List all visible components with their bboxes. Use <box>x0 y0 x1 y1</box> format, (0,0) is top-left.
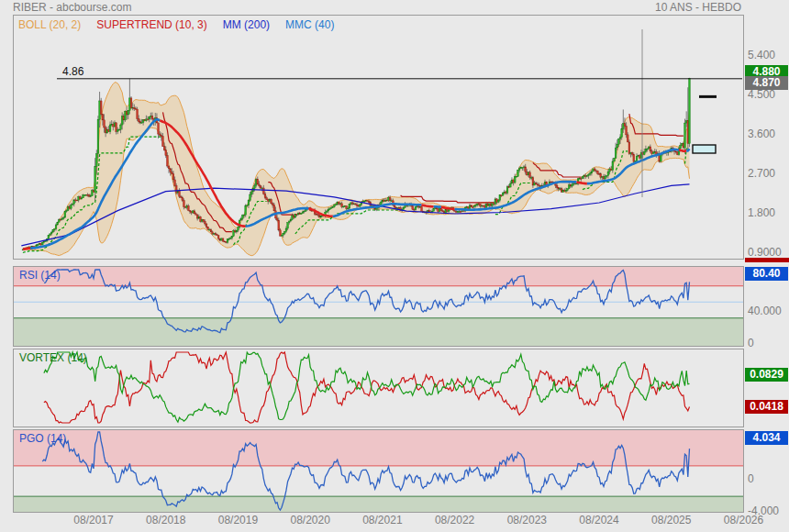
candle-body <box>627 135 628 142</box>
candle-body <box>285 228 287 231</box>
x-axis-label: 08/2020 <box>281 514 339 526</box>
candle-body <box>394 205 395 207</box>
close-price-badge: 4.870 <box>745 76 788 90</box>
candle-body <box>556 185 558 188</box>
candle-body <box>305 209 306 211</box>
candle-body <box>138 118 139 121</box>
x-axis-label: 08/2022 <box>426 514 484 526</box>
candle-body <box>597 171 599 173</box>
x-axis-label: 08/2019 <box>208 514 267 526</box>
candle-body <box>349 204 350 208</box>
candle-body <box>50 234 51 236</box>
candle-body <box>621 128 623 137</box>
candle-body <box>497 200 499 202</box>
candle-body <box>149 116 150 119</box>
legend-mm200[interactable]: MM (200) <box>223 18 270 31</box>
candle-body <box>203 219 205 221</box>
candle-body <box>288 221 290 223</box>
x-axis-label: 08/2021 <box>353 514 412 526</box>
candle-body <box>684 123 686 148</box>
candle-body <box>631 152 633 154</box>
candle-body <box>421 206 423 211</box>
x-axis-label: 08/2018 <box>137 514 195 526</box>
candle-body <box>128 110 129 115</box>
candle-body <box>618 139 620 144</box>
candle-body <box>102 115 104 120</box>
candle-body <box>588 174 590 175</box>
candle-body <box>280 230 282 236</box>
price-tick-label: 3.600 <box>748 127 775 140</box>
price-chart-canvas[interactable]: 4.86 <box>14 16 743 259</box>
legend-supertrend[interactable]: SUPERTREND (10, 3) <box>96 18 206 31</box>
vortex-plus-badge: 0.0829 <box>745 368 788 382</box>
pgo-tick-label: 0 <box>748 472 754 485</box>
candle-body <box>264 194 266 198</box>
candle-body <box>207 227 209 230</box>
candle-body <box>591 172 593 173</box>
candle-body <box>179 191 181 196</box>
candle-body <box>137 109 139 118</box>
legend-boll[interactable]: BOLL (20, 2) <box>18 18 81 31</box>
rsi-oversold-band <box>14 318 743 346</box>
pgo-upper-band <box>14 430 743 466</box>
candle-body <box>245 205 247 215</box>
candle-body <box>518 169 520 171</box>
candle-body <box>636 156 638 161</box>
candle-body <box>514 176 516 183</box>
vortex-plus-line <box>44 352 690 422</box>
candle-body <box>440 208 442 210</box>
x-axis-label: 08/2025 <box>642 514 701 526</box>
candle-body <box>172 174 174 180</box>
pgo-value-badge: 4.034 <box>745 431 788 445</box>
candle-body <box>276 218 278 220</box>
candle-body <box>607 172 609 175</box>
candle-body <box>582 177 583 179</box>
candle-body <box>170 169 172 172</box>
candle-body <box>433 208 435 211</box>
chart-page: RIBER - abcbourse.com 10 ANS - HEBDO BOL… <box>0 0 789 532</box>
candle-body <box>158 123 160 134</box>
candle-body <box>615 148 617 158</box>
rsi-value-badge: 80.40 <box>745 267 788 281</box>
candle-body <box>628 142 630 154</box>
candle-body <box>48 236 50 239</box>
rsi-tick-label: 40.000 <box>748 305 782 317</box>
candle-body <box>660 154 661 161</box>
candle-body <box>236 230 238 232</box>
candle-body <box>61 218 63 220</box>
candle-body <box>619 138 621 139</box>
candle-body <box>97 119 99 153</box>
rsi-tick-label: 0 <box>748 337 754 349</box>
vortex-chart-canvas[interactable] <box>14 349 743 427</box>
candle-body <box>594 169 595 171</box>
candle-body <box>259 184 261 186</box>
candle-body <box>109 125 111 132</box>
instrument-title: RIBER - abcbourse.com <box>13 1 131 14</box>
candle-body <box>283 234 284 236</box>
candle-body <box>506 187 508 194</box>
pgo-panel: PGO (14) <box>13 429 744 513</box>
x-axis-label: 08/2026 <box>715 514 773 526</box>
rsi-chart-canvas[interactable] <box>14 267 743 346</box>
vortex-minus-badge: 0.0418 <box>745 400 788 414</box>
candle-body <box>231 236 233 238</box>
candle-body <box>260 186 261 188</box>
drawn-box[interactable] <box>693 145 716 153</box>
candle-body <box>689 78 691 143</box>
candle-body <box>130 98 132 108</box>
candle-body <box>412 205 414 209</box>
drawn-hline-label[interactable]: 4.86 <box>62 65 84 78</box>
candle-body <box>262 188 264 194</box>
candle-body <box>55 225 57 229</box>
candle-body <box>159 134 161 136</box>
candle-body <box>278 220 280 230</box>
pgo-chart-canvas[interactable] <box>14 430 743 512</box>
candle-body <box>529 172 531 178</box>
candle-body <box>104 120 106 127</box>
legend-mmc40[interactable]: MMC (40) <box>285 18 334 31</box>
drawn-dash[interactable] <box>699 95 717 98</box>
vortex-label: VORTEX (14) <box>19 351 87 364</box>
candle-body <box>206 224 207 227</box>
candle-body <box>205 221 206 224</box>
mmc40-line-down <box>23 249 30 249</box>
